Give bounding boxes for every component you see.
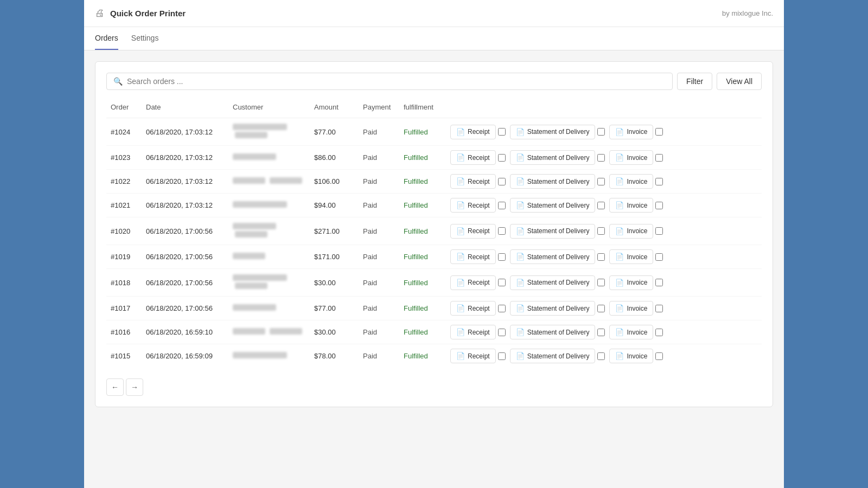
invoice-checkbox[interactable] bbox=[655, 253, 663, 261]
invoice-checkbox[interactable] bbox=[655, 202, 663, 209]
order-date: 06/18/2020, 17:00:56 bbox=[142, 269, 228, 297]
statement-checkbox[interactable] bbox=[597, 253, 605, 261]
statement-checkbox[interactable] bbox=[597, 227, 605, 235]
col-header-payment: Payment bbox=[359, 99, 399, 118]
invoice-button[interactable]: 📄 Invoice bbox=[609, 198, 653, 213]
order-amount: $271.00 bbox=[310, 217, 359, 245]
receipt-button[interactable]: 📄 Receipt bbox=[450, 325, 496, 339]
receipt-checkbox[interactable] bbox=[498, 279, 506, 286]
invoice-icon: 📄 bbox=[615, 279, 624, 287]
invoice-group: 📄 Invoice bbox=[609, 349, 663, 363]
receipt-checkbox[interactable] bbox=[498, 253, 506, 261]
receipt-button[interactable]: 📄 Receipt bbox=[450, 224, 496, 239]
receipt-label: Receipt bbox=[468, 227, 490, 235]
invoice-checkbox[interactable] bbox=[655, 227, 663, 235]
receipt-group: 📄 Receipt bbox=[450, 150, 506, 165]
receipt-checkbox[interactable] bbox=[498, 352, 506, 360]
statement-checkbox[interactable] bbox=[597, 352, 605, 360]
receipt-icon: 📄 bbox=[456, 279, 465, 287]
app-header: 🖨 Quick Order Printer by mixlogue Inc. bbox=[84, 0, 784, 27]
statement-button[interactable]: 📄 Statement of Delivery bbox=[510, 224, 596, 239]
invoice-checkbox[interactable] bbox=[655, 178, 663, 185]
invoice-checkbox[interactable] bbox=[655, 352, 663, 360]
statement-button[interactable]: 📄 Statement of Delivery bbox=[510, 174, 596, 189]
statement-icon: 📄 bbox=[516, 128, 525, 136]
receipt-button[interactable]: 📄 Receipt bbox=[450, 198, 496, 213]
invoice-checkbox[interactable] bbox=[655, 305, 663, 312]
statement-button[interactable]: 📄 Statement of Delivery bbox=[510, 150, 596, 165]
invoice-group: 📄 Invoice bbox=[609, 198, 663, 213]
receipt-checkbox[interactable] bbox=[498, 202, 506, 209]
order-fulfillment: Fulfilled bbox=[399, 217, 448, 245]
receipt-button[interactable]: 📄 Receipt bbox=[450, 125, 496, 139]
receipt-group: 📄 Receipt bbox=[450, 275, 506, 290]
statement-checkbox[interactable] bbox=[597, 329, 605, 336]
receipt-button[interactable]: 📄 Receipt bbox=[450, 275, 496, 290]
statement-checkbox[interactable] bbox=[597, 178, 605, 185]
order-id: #1015 bbox=[106, 344, 142, 368]
receipt-button[interactable]: 📄 Receipt bbox=[450, 349, 496, 363]
invoice-checkbox[interactable] bbox=[655, 279, 663, 286]
receipt-checkbox[interactable] bbox=[498, 154, 506, 162]
invoice-button[interactable]: 📄 Invoice bbox=[609, 150, 653, 165]
invoice-button[interactable]: 📄 Invoice bbox=[609, 275, 653, 290]
statement-checkbox[interactable] bbox=[597, 128, 605, 136]
receipt-checkbox[interactable] bbox=[498, 128, 506, 136]
statement-button[interactable]: 📄 Statement of Delivery bbox=[510, 349, 596, 363]
order-date: 06/18/2020, 17:03:12 bbox=[142, 194, 228, 217]
receipt-group: 📄 Receipt bbox=[450, 301, 506, 316]
invoice-checkbox[interactable] bbox=[655, 128, 663, 136]
order-fulfillment: Fulfilled bbox=[399, 269, 448, 297]
receipt-button[interactable]: 📄 Receipt bbox=[450, 150, 496, 165]
receipt-checkbox[interactable] bbox=[498, 305, 506, 312]
statement-button[interactable]: 📄 Statement of Delivery bbox=[510, 301, 596, 316]
statement-icon: 📄 bbox=[516, 328, 525, 336]
order-amount: $77.00 bbox=[310, 297, 359, 320]
invoice-button[interactable]: 📄 Invoice bbox=[609, 174, 653, 189]
invoice-button[interactable]: 📄 Invoice bbox=[609, 349, 653, 363]
statement-checkbox[interactable] bbox=[597, 202, 605, 209]
receipt-button[interactable]: 📄 Receipt bbox=[450, 174, 496, 189]
invoice-label: Invoice bbox=[627, 128, 647, 136]
invoice-button[interactable]: 📄 Invoice bbox=[609, 125, 653, 139]
statement-checkbox[interactable] bbox=[597, 154, 605, 162]
statement-label: Statement of Delivery bbox=[527, 253, 590, 261]
prev-page-button[interactable]: ← bbox=[106, 378, 124, 396]
statement-checkbox[interactable] bbox=[597, 305, 605, 312]
view-all-button[interactable]: View All bbox=[717, 73, 762, 90]
receipt-checkbox[interactable] bbox=[498, 178, 506, 185]
statement-button[interactable]: 📄 Statement of Delivery bbox=[510, 275, 596, 290]
invoice-button[interactable]: 📄 Invoice bbox=[609, 301, 653, 316]
invoice-button[interactable]: 📄 Invoice bbox=[609, 249, 653, 264]
order-amount: $30.00 bbox=[310, 269, 359, 297]
receipt-label: Receipt bbox=[468, 279, 490, 286]
statement-icon: 📄 bbox=[516, 253, 525, 261]
receipt-button[interactable]: 📄 Receipt bbox=[450, 301, 496, 316]
tab-settings[interactable]: Settings bbox=[131, 27, 159, 50]
invoice-label: Invoice bbox=[627, 329, 647, 336]
statement-button[interactable]: 📄 Statement of Delivery bbox=[510, 249, 596, 264]
next-page-button[interactable]: → bbox=[126, 378, 143, 396]
statement-checkbox[interactable] bbox=[597, 279, 605, 286]
invoice-checkbox[interactable] bbox=[655, 329, 663, 336]
invoice-checkbox[interactable] bbox=[655, 154, 663, 162]
invoice-button[interactable]: 📄 Invoice bbox=[609, 224, 653, 239]
col-header-order: Order bbox=[106, 99, 142, 118]
order-payment: Paid bbox=[359, 194, 399, 217]
receipt-button[interactable]: 📄 Receipt bbox=[450, 249, 496, 264]
statement-button[interactable]: 📄 Statement of Delivery bbox=[510, 125, 596, 139]
pagination: ← → bbox=[106, 378, 762, 396]
order-fulfillment: Fulfilled bbox=[399, 146, 448, 170]
statement-icon: 📄 bbox=[516, 153, 525, 162]
filter-button[interactable]: Filter bbox=[677, 73, 712, 90]
statement-button[interactable]: 📄 Statement of Delivery bbox=[510, 325, 596, 339]
order-actions: 📄 Receipt 📄 Statement of Delivery bbox=[448, 170, 762, 194]
receipt-checkbox[interactable] bbox=[498, 227, 506, 235]
search-wrapper: 🔍 bbox=[106, 73, 673, 90]
receipt-checkbox[interactable] bbox=[498, 329, 506, 336]
tab-orders[interactable]: Orders bbox=[95, 27, 118, 50]
invoice-button[interactable]: 📄 Invoice bbox=[609, 325, 653, 339]
statement-button[interactable]: 📄 Statement of Delivery bbox=[510, 198, 596, 213]
search-input[interactable] bbox=[127, 77, 666, 86]
receipt-label: Receipt bbox=[468, 305, 490, 312]
